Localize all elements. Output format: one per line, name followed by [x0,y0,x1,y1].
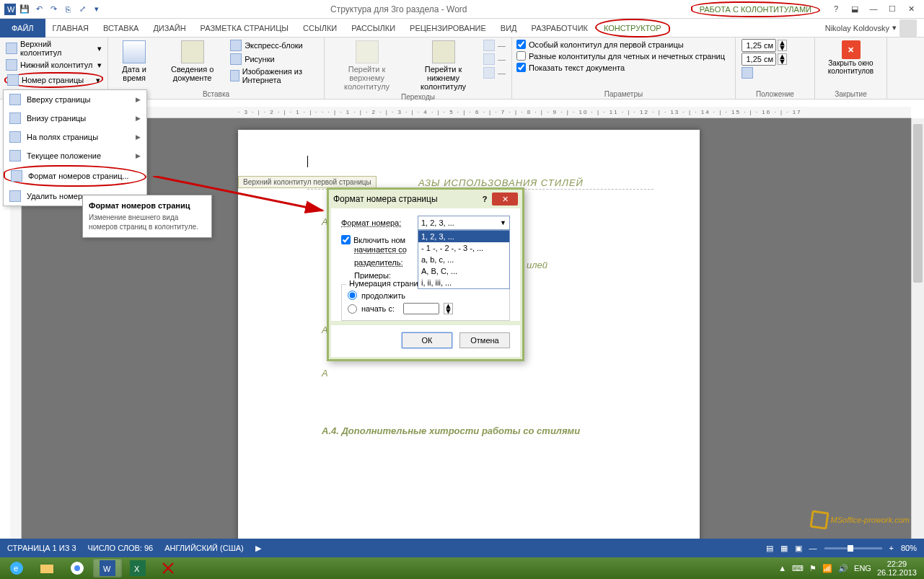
close-window-icon[interactable]: ✕ [904,4,918,14]
arrow-down-icon [483,53,495,65]
horizontal-ruler[interactable]: · 3 · | · 2 · | · 1 · | · · · | · 1 · | … [22,107,911,118]
footer-offset-spin[interactable]: ▲▼ [740,53,787,66]
header-offset-spin[interactable]: ▲▼ [740,39,787,52]
dialog-close-icon[interactable]: ✕ [492,193,518,205]
tab-home[interactable]: ГЛАВНАЯ [45,19,96,37]
tb-word[interactable]: W [93,559,122,578]
help-icon[interactable]: ? [829,4,843,14]
tab-mailings[interactable]: РАССЫЛКИ [344,19,402,37]
nav-link[interactable]: — [482,66,507,79]
document-icon [181,40,204,63]
vertical-scrollbar[interactable] [911,118,924,539]
tray-up-icon[interactable]: ▲ [778,564,786,573]
ribbon-collapse-icon[interactable]: ⬓ [848,4,862,14]
tb-excel[interactable]: X [123,559,152,578]
undo-icon[interactable]: ↶ [33,4,45,15]
avatar[interactable] [899,19,917,37]
qat-more-icon[interactable]: ▾ [91,4,102,15]
doc-info-button[interactable]: Сведения о документе [157,39,227,84]
page-number-button[interactable]: Номер страницы▾ [4,72,103,88]
tray-clock[interactable]: 22:2926.12.2013 [877,560,917,577]
redo-icon[interactable]: ↷ [48,4,59,15]
pictures-button[interactable]: Рисунки [229,53,320,66]
view-print-icon[interactable]: ▦ [780,544,788,553]
status-macro-icon[interactable]: ▶ [255,544,261,553]
tab-design[interactable]: ДИЗАЙН [146,19,193,37]
tab-developer[interactable]: РАЗРАБОТЧИК [524,19,595,37]
zoom-out-icon[interactable]: — [809,544,817,552]
nav-prev[interactable]: — [482,39,507,52]
line-a3: A [322,368,328,379]
diff-first-check[interactable]: Особый колонтитул для первой страницы [516,39,725,50]
date-time-button[interactable]: Дата и время [113,39,156,84]
tray-network-icon[interactable]: 📶 [822,564,832,573]
ribbon-group-close: ✕Закрыть окно колонтитулов Закрытие [815,37,887,99]
format-opt-0[interactable]: 1, 2, 3, ... [418,231,509,242]
menu-bottom[interactable]: Внизу страницы▶ [4,109,146,128]
tray-sound-icon[interactable]: 🔊 [838,564,848,573]
tb-explorer[interactable] [32,559,61,578]
radio-continue[interactable]: продолжить [348,289,503,301]
tab-layout[interactable]: РАЗМЕТКА СТРАНИЦЫ [193,19,296,37]
save-icon[interactable]: 💾 [19,4,30,15]
tab-insert[interactable]: ВСТАВКА [96,19,146,37]
maximize-icon[interactable]: ☐ [885,4,899,14]
qat-icon-4[interactable]: ⎘ [62,4,74,15]
ok-button[interactable]: ОК [402,332,452,348]
zoom-in-icon[interactable]: + [889,544,894,552]
ribbon-group-position: ▲▼ ▲▼ Положение [736,37,815,99]
zoom-level[interactable]: 80% [901,544,917,552]
footer-button[interactable]: Нижний колонтитул▾ [4,58,103,71]
remove-icon [9,190,21,202]
zoom-slider[interactable] [824,547,882,549]
qat-icon-5[interactable]: ⤢ [76,4,88,15]
svg-point-7 [74,565,80,571]
tray-flag-icon[interactable]: ⚑ [809,564,817,573]
show-doc-check[interactable]: Показать текст документа [516,62,725,73]
word-app-icon[interactable]: W [4,4,16,15]
user-area[interactable]: Nikolay Koldovsky ▾ [818,19,924,37]
goto-footer-button[interactable]: Перейти к нижнему колонтитулу [406,39,480,92]
view-web-icon[interactable]: ▣ [795,544,802,553]
scrollbar-thumb[interactable] [913,124,923,283]
online-pictures-button[interactable]: Изображения из Интернета [229,66,320,85]
dialog-titlebar[interactable]: Формат номера страницы ? ✕ [329,190,522,208]
tab-hf-design[interactable]: КОНСТРУКТОР [595,19,670,37]
start-at-input[interactable] [403,303,439,314]
tray-keyboard-icon[interactable]: ⌨ [792,564,804,573]
status-lang[interactable]: АНГЛИЙСКИЙ (США) [164,544,244,552]
status-words[interactable]: ЧИСЛО СЛОВ: 96 [88,544,154,552]
header-button[interactable]: Верхний колонтитул▾ [4,39,103,58]
quick-parts-button[interactable]: Экспресс-блоки [229,39,320,52]
tray-lang[interactable]: ENG [854,564,871,573]
tb-ie[interactable]: e [2,559,31,578]
menu-top[interactable]: Вверху страницы▶ [4,90,146,109]
goto-header-button[interactable]: Перейти к верхнему колонтитулу [329,39,405,92]
format-opt-2[interactable]: a, b, c, ... [418,254,509,265]
cancel-button[interactable]: Отмена [459,332,510,348]
diff-odd-check[interactable]: Разные колонтитулы для четных и нечетных… [516,50,725,61]
dialog-help-icon[interactable]: ? [478,195,492,203]
tb-chrome[interactable] [63,559,92,578]
user-dropdown-icon[interactable]: ▾ [892,23,897,32]
format-opt-4[interactable]: i, ii, iii, ... [418,277,509,288]
tab-view[interactable]: ВИД [493,19,524,37]
tab-review[interactable]: РЕЦЕНЗИРОВАНИЕ [402,19,493,37]
view-read-icon[interactable]: ▤ [766,544,773,553]
nav-next[interactable]: — [482,53,507,66]
format-combo[interactable]: 1, 2, 3, ...▼ 1, 2, 3, ... - 1 -, - 2 -,… [418,216,510,230]
menu-format[interactable]: Формат номеров страниц... [4,165,146,187]
format-opt-3[interactable]: A, B, C, ... [418,265,509,277]
tab-references[interactable]: ССЫЛКИ [296,19,344,37]
tb-snip[interactable] [154,559,182,578]
close-hf-button[interactable]: ✕Закрыть окно колонтитулов [819,39,882,76]
status-page[interactable]: СТРАНИЦА 1 ИЗ 3 [7,544,76,552]
format-opt-1[interactable]: - 1 -, - 2 -, - 3 -, ... [418,242,509,254]
radio-startat[interactable]: начать с:▲▼ [348,301,503,316]
menu-current[interactable]: Текущее положение▶ [4,146,146,165]
ribbon-group-nav: Перейти к верхнему колонтитулу Перейти к… [325,37,512,99]
minimize-icon[interactable]: — [866,4,881,14]
align-tabs-button[interactable] [740,66,787,79]
menu-margins[interactable]: На полях страницы▶ [4,128,146,146]
tab-file[interactable]: ФАЙЛ [0,19,45,37]
